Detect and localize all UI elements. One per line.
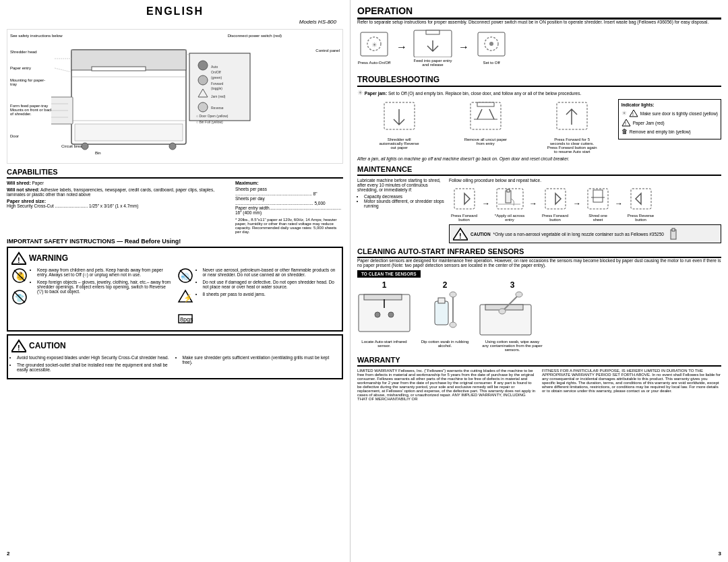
svg-text:Forward: Forward [211,82,224,86]
svg-text:(toggle): (toggle) [211,86,222,90]
maintenance-section: MAINTENANCE Lubricate machine before sta… [357,165,721,243]
clean-step-3: 3 Using cotton swab, wipe away any conta… [479,280,546,352]
right-column: OPERATION Refer to separate setup instru… [351,0,728,562]
warranty-col-1: LIMITED WARRANTY Fellowes, Inc. ("Fellow… [357,369,537,401]
op-step2-icon [413,27,453,57]
maint-step5-label: Press Reverse button [626,214,656,222]
clean-step-1: 1 Locate Auto-start infrared sensor. [357,280,411,352]
warning-text-right: Never use aerosol, petroleum-based or ot… [198,268,339,327]
maint-diagrams: Press Forward button → [449,185,721,222]
svg-text:!: ! [18,344,20,352]
operation-diagrams: ☀ Press Auto-On/Off → Feed into paper en… [357,27,721,67]
maintenance-title: MAINTENANCE [357,165,721,176]
trouble-step1-icon [381,99,418,136]
cleaning-title: CLEANING AUTO-START INFRARED SENSORS [357,247,721,258]
jam-indicator-icon: ! [621,119,631,127]
will-shred-label: Will shred: [7,181,31,185]
trouble-diagrams: Shredder will automatically Reverse out … [357,99,614,154]
warning-header: ! WARNING [11,251,338,265]
svg-point-14 [198,75,208,85]
maint-step5-icon [628,185,655,212]
maint-arrow-3: → [573,199,581,208]
indicator-bin-label: Remove and empty bin (yellow) [630,129,691,134]
svg-rect-66 [506,191,511,203]
warning-label: WARNING [29,253,68,263]
clean-step3-number: 3 [510,280,515,290]
door-icon: ! [629,109,638,117]
electric-hazard-icon: ⚡ [177,289,193,305]
svg-text:Reverse: Reverse [211,106,224,110]
maint-bullet-1: Capacity decreases [364,194,445,199]
caution-text-right: Make sure shredder gets sufficient venti… [177,355,339,375]
svg-text:(green): (green) [211,75,222,80]
troubleshooting-title: TROUBLESHOOTING [357,75,721,87]
no-children-icon: 👶 [11,268,28,284]
svg-point-93 [499,309,506,314]
svg-rect-50 [426,30,439,34]
svg-text:☀: ☀ [371,41,377,49]
warning-icons: 👶 👕 [11,268,28,327]
maint-caution: ! CAUTION *Only use a non-aerosol vegeta… [449,224,721,243]
op-step3-label: Set to Off [483,61,499,65]
sun-indicator-icon: ☀ [621,110,627,117]
maint-caution-text: *Only use a non-aerosol vegetable oil in… [493,232,664,237]
op-step-1: ☀ Press Auto-On/Off [357,29,391,65]
svg-point-82 [375,312,380,317]
svg-rect-79 [672,228,675,231]
maint-arrow-4: → [615,199,623,208]
maint-step-5: Press Reverse button [626,185,656,222]
shredder-diagram: See safety instructions below Shredder h… [7,29,343,164]
maximum-label: Maximum: [235,181,259,185]
paper-size-val: High Security Cross-Cut ................… [7,204,229,208]
clean-step1-label: Locate Auto-start infrared sensor. [359,340,410,348]
warning-box: ! WARNING 👶 👕 [7,247,343,332]
maint-caution-label: CAUTION [471,232,491,237]
svg-marker-61 [622,119,630,126]
maint-left: Lubricate machine before starting to shr… [357,178,445,243]
op-step-3: Set to Off [475,29,508,65]
cleaning-section: CLEANING AUTO-START INFRARED SENSORS Pap… [357,247,721,352]
troubleshooting-section: TROUBLESHOOTING ☀ Paper jam: Set to Off … [357,75,721,161]
maint-right-text: Follow oiling procedure below and repeat… [449,178,721,183]
indicator-title: Indicator lights: [621,102,718,107]
operation-text: Refer to separate setup instructions for… [357,20,721,24]
svg-point-6 [82,143,88,150]
maint-step-4: Shred one sheet [584,185,612,222]
svg-rect-84 [435,301,448,325]
svg-text:On/Off: On/Off [211,70,221,74]
indicator-jam-label: Paper Jam (red) [633,121,665,125]
svg-point-88 [450,322,456,327]
no-aerosol-icon: 💨 [177,268,193,284]
svg-rect-56 [477,102,494,106]
op-step2-label: Feed into paper entry and release [413,59,453,67]
indicator-row-2: ! Paper Jam (red) [621,119,718,127]
models-subtitle: Models HS-800 [7,19,336,25]
maint-bullet-2: Motor sounds different, or shredder stop… [364,199,445,208]
shredder-svg: Auto On/Off (green) Forward (toggle) Jam… [51,40,267,164]
warning-icons-right: 💨 ⚡ 8pgs [177,268,193,327]
warning-item-4: Do not use if damaged or defective. Do n… [203,280,339,289]
svg-text:!: ! [459,232,462,240]
paper-entry-width-label: Paper entry width.......................… [235,206,341,210]
maint-step2-icon [495,185,525,212]
left-column: ENGLISH Models HS-800 See safety instruc… [0,0,351,562]
disconnect-label: Disconnect power switch (red) [228,34,282,38]
trouble-step1-label: Shredder will automatically Reverse out … [379,137,419,150]
svg-point-87 [450,292,456,297]
sheets-per-day-label: Sheets per day .........................… [235,196,313,206]
caution-content: Avoid touching exposed blades under High… [11,355,338,375]
clean-sensor-label: TO CLEAN THE SENSORS [357,270,421,278]
indicator-door-label: Make sure door is tightly closed (yellow… [640,111,718,116]
svg-text:○ Door Open (yellow): ○ Door Open (yellow) [196,114,229,118]
warning-triangle-icon: ! [11,251,26,265]
svg-point-92 [516,292,522,297]
svg-text:Jam (red): Jam (red) [211,94,226,98]
control-panel-label: Control panel [315,49,340,53]
english-header: ENGLISH [7,5,343,18]
warranty-col-2: FITNESS FOR A PARTICULAR PURPOSE, IS HER… [542,369,721,401]
maint-step2-label: *Apply oil across entry [493,214,526,222]
clean-step1-number: 1 [382,280,387,290]
svg-rect-2 [92,67,146,71]
maint-step3-label: Press Forward button [540,214,570,222]
capabilities-content: Will shred: Paper Will not shred: Adhesi… [7,181,343,234]
